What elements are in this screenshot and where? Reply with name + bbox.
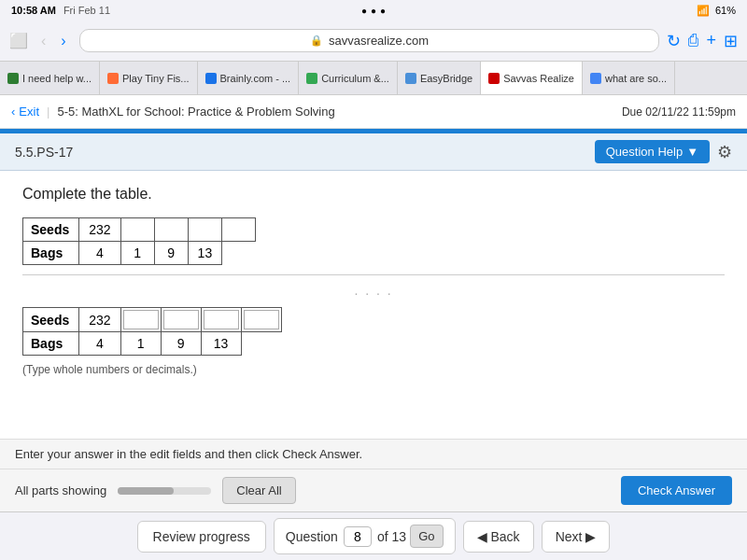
- next-button[interactable]: Next ▶: [542, 521, 611, 553]
- share-button[interactable]: ⎙: [688, 31, 698, 50]
- tab-savvas-favicon: [488, 73, 500, 84]
- back-arrow: ◀: [477, 529, 487, 544]
- instruction-bar: Enter your answer in the edit fields and…: [0, 439, 747, 469]
- battery-level: 61%: [715, 5, 736, 16]
- progress-bar-track: [118, 487, 211, 495]
- bags-value-4: 13: [188, 242, 222, 265]
- tab-help[interactable]: I need help w...: [0, 62, 100, 94]
- clear-all-button[interactable]: Clear All: [222, 477, 295, 504]
- forward-nav-button[interactable]: ›: [55, 31, 71, 51]
- status-time: 10:58 AM: [11, 5, 56, 16]
- of-label: of: [377, 529, 388, 544]
- exit-label: Exit: [19, 105, 39, 119]
- tab-brainly[interactable]: Brainly.com - ...: [198, 62, 300, 94]
- due-date: Due 02/11/22 11:59pm: [622, 105, 736, 119]
- seeds-input-1[interactable]: [120, 308, 161, 332]
- action-bar-left: All parts showing Clear All: [15, 477, 296, 504]
- parts-label: All parts showing: [15, 483, 106, 497]
- back-nav-button[interactable]: ‹: [35, 31, 51, 51]
- clear-all-label: Clear All: [236, 483, 281, 497]
- go-button[interactable]: Go: [410, 525, 443, 548]
- tab-play-label: Play Tiny Fis...: [122, 73, 190, 84]
- bags-static-2: 1: [120, 332, 161, 356]
- seeds-label: Seeds: [23, 218, 79, 242]
- content-area: 5.5.PS-17 Question Help ▼ ⚙ Complete the…: [0, 133, 747, 511]
- browser-bar: ⬜ ‹ › 🔒 savvasrealize.com ↻ ⎙ + ⊞: [0, 21, 747, 62]
- reload-button[interactable]: ↻: [667, 31, 681, 51]
- tab-google[interactable]: what are so...: [583, 62, 675, 94]
- gear-button[interactable]: ⚙: [717, 142, 732, 162]
- add-tab-button[interactable]: +: [706, 31, 716, 50]
- bags-value-3: 9: [154, 242, 188, 265]
- seeds-input-field-2[interactable]: [163, 310, 199, 329]
- seeds-input-2[interactable]: [161, 308, 201, 332]
- interactive-table-container: Seeds 232: [22, 307, 725, 356]
- back-arrow-icon: ‹: [11, 105, 15, 119]
- tab-play[interactable]: Play Tiny Fis...: [100, 62, 198, 94]
- instruction-text: Complete the table.: [22, 186, 725, 203]
- back-button[interactable]: ◀ Back: [463, 521, 534, 553]
- question-help-button[interactable]: Question Help ▼: [595, 140, 710, 163]
- reference-table-container: Seeds 232 Bags 4 1 9 13: [22, 217, 725, 265]
- status-bar: 10:58 AM Fri Feb 11 ●●● 📶 61%: [0, 0, 747, 21]
- breadcrumb-path: 5-5: MathXL for School: Practice & Probl…: [57, 105, 334, 119]
- bags-value-2: 1: [120, 242, 154, 265]
- tabs-button[interactable]: ⊞: [724, 31, 738, 51]
- breadcrumb-separator: |: [47, 105, 49, 119]
- tab-savvas-label: Savvas Realize: [503, 73, 574, 84]
- lock-icon: 🔒: [310, 35, 323, 47]
- tab-easybridge-label: EasyBridge: [420, 73, 472, 84]
- seeds-input-field-1[interactable]: [123, 310, 159, 329]
- review-progress-label: Review progress: [153, 529, 250, 544]
- table-row: Seeds 232: [23, 308, 282, 332]
- seeds-input-field-4[interactable]: [244, 310, 279, 329]
- next-label: Next: [556, 529, 583, 544]
- action-bar: All parts showing Clear All Check Answer: [0, 469, 747, 511]
- go-label: Go: [418, 529, 434, 543]
- bags-row-label: Bags: [23, 332, 79, 356]
- table-row: Bags 4 1 9 13: [23, 242, 256, 265]
- tab-curriculum[interactable]: Curriculum &...: [299, 62, 398, 94]
- browser-nav: ⬜: [9, 32, 28, 49]
- tab-savvas[interactable]: Savvas Realize: [481, 62, 583, 94]
- wifi-icon: 📶: [697, 5, 710, 17]
- url-text: savvasrealize.com: [329, 34, 429, 48]
- bags-static-1: 4: [79, 332, 120, 356]
- next-arrow: ▶: [585, 529, 596, 544]
- seeds-input-3[interactable]: [201, 308, 241, 332]
- back-label: Back: [491, 529, 520, 544]
- tab-easybridge-favicon: [405, 73, 416, 84]
- question-number-input[interactable]: [344, 526, 372, 547]
- seeds-input-4[interactable]: [241, 308, 281, 332]
- tab-google-favicon: [590, 73, 601, 84]
- review-progress-button[interactable]: Review progress: [137, 521, 266, 553]
- sidebar-toggle-icon[interactable]: ⬜: [9, 32, 28, 49]
- progress-bar-fill: [118, 487, 174, 495]
- check-answer-button[interactable]: Check Answer: [621, 476, 732, 505]
- breadcrumb: ‹ Exit | 5-5: MathXL for School: Practic…: [11, 105, 335, 119]
- status-bar-right: 📶 61%: [697, 5, 736, 17]
- tabs-bar: I need help w... Play Tiny Fis... Brainl…: [0, 62, 747, 95]
- interactive-table: Seeds 232: [22, 307, 282, 356]
- question-nav-label: Question: [286, 529, 338, 544]
- seeds-static-value: 232: [79, 308, 120, 332]
- tab-help-favicon: [7, 73, 19, 84]
- divider-line: [22, 274, 725, 275]
- address-bar[interactable]: 🔒 savvasrealize.com: [79, 29, 660, 52]
- check-answer-label: Check Answer: [638, 483, 715, 497]
- bottom-nav: Review progress Question of 13 Go ◀ Back…: [0, 511, 747, 560]
- seeds-value-5: [222, 218, 256, 242]
- question-help-label: Question Help: [606, 145, 683, 159]
- exit-button[interactable]: ‹ Exit: [11, 105, 39, 119]
- gear-icon: ⚙: [717, 143, 732, 161]
- bags-value-1: 4: [79, 242, 120, 265]
- tab-google-label: what are so...: [605, 73, 667, 84]
- seeds-input-field-3[interactable]: [204, 310, 239, 329]
- question-id: 5.5.PS-17: [15, 145, 73, 160]
- tab-easybridge[interactable]: EasyBridge: [398, 62, 481, 94]
- help-dropdown-icon: ▼: [686, 145, 698, 159]
- drag-handle-icon: · · · ·: [354, 286, 392, 301]
- seeds-value-3: [154, 218, 188, 242]
- bags-static-3: 9: [161, 332, 201, 356]
- status-date: Fri Feb 11: [63, 5, 110, 16]
